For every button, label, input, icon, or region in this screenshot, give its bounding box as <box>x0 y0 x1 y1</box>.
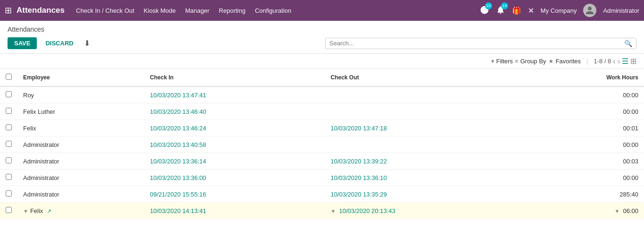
group-by-button[interactable]: ≡ Group By <box>515 58 546 65</box>
row-work-hours: 00:00 <box>528 103 644 120</box>
row-check-out: 10/03/2020 13:36:10 <box>325 170 528 186</box>
group-by-label: Group By <box>520 58 546 65</box>
row-check-in: 10/03/2020 13:46:40 <box>144 103 325 120</box>
row-checkbox-cell[interactable] <box>0 103 17 120</box>
row-check-in: 10/03/2020 14:13:41 <box>144 203 325 219</box>
prev-page-button[interactable]: ‹ <box>613 57 615 66</box>
search-bar: 🔍 <box>325 38 636 49</box>
favorites-label: Favorites <box>556 58 581 65</box>
row-employee: Felix Luther <box>17 103 144 120</box>
row-employee: ▼Felix ↗ <box>17 203 144 219</box>
avatar[interactable] <box>583 4 596 17</box>
row-checkbox-cell[interactable] <box>0 203 17 219</box>
select-all-checkbox[interactable] <box>6 74 12 80</box>
breadcrumb-text: Attendances <box>8 26 44 33</box>
table-row: ▼Felix ↗10/03/2020 14:13:41▼ 10/03/2020 … <box>0 203 644 219</box>
row-checkbox[interactable] <box>6 190 12 197</box>
row-checkbox[interactable] <box>6 141 12 147</box>
save-button[interactable]: SAVE <box>8 37 37 49</box>
filters-label: Filters <box>496 58 513 65</box>
attendance-table: Employee Check In Check Out Work Hours R… <box>0 69 644 219</box>
row-checkbox[interactable] <box>6 174 12 180</box>
table-row: Felix Luther10/03/2020 13:46:4000:00 <box>0 103 644 120</box>
col-check-in: Check In <box>144 69 325 86</box>
col-select-all[interactable] <box>0 69 17 86</box>
grid-view-button[interactable]: ⊞ <box>630 57 636 66</box>
table-row: Roy10/03/2020 13:47:4100:00 <box>0 86 644 103</box>
table-row: Administrator09/21/2020 15:55:1610/03/20… <box>0 186 644 203</box>
row-work-hours: 00:00 <box>528 170 644 186</box>
table-row: Administrator10/03/2020 13:36:0010/03/20… <box>0 170 644 186</box>
breadcrumb: Attendances <box>0 21 644 33</box>
row-employee: Administrator <box>17 170 144 186</box>
row-check-out: 10/03/2020 13:39:22 <box>325 153 528 170</box>
row-checkbox-cell[interactable] <box>0 170 17 186</box>
row-employee: Roy <box>17 86 144 103</box>
row-check-out <box>325 103 528 120</box>
download-button[interactable]: ⬇ <box>82 37 92 50</box>
col-work-hours: Work Hours <box>528 69 644 86</box>
col-check-out: Check Out <box>325 69 528 86</box>
row-check-out: 10/03/2020 13:47:18 <box>325 120 528 137</box>
filters-button[interactable]: ▾ Filters <box>491 58 513 65</box>
star-icon: ★ <box>548 58 554 65</box>
row-checkbox[interactable] <box>6 108 12 114</box>
discard-button[interactable]: DISCARD <box>41 37 78 49</box>
list-view-button[interactable]: ☰ <box>622 57 628 66</box>
bell-badge-btn[interactable]: 14 <box>496 5 505 16</box>
edit-icon[interactable]: ↗ <box>45 208 51 214</box>
nav-kiosk[interactable]: Kiosk Mode <box>144 7 176 14</box>
nav-checkin[interactable]: Check In / Check Out <box>76 7 134 14</box>
row-check-in: 09/21/2020 15:55:16 <box>144 186 325 203</box>
col-employee: Employee <box>17 69 144 86</box>
row-check-in: 10/03/2020 13:47:41 <box>144 86 325 103</box>
nav-manager[interactable]: Manager <box>185 7 209 14</box>
row-work-hours: ▼ 06:00 <box>528 203 644 219</box>
row-check-in: 10/03/2020 13:36:14 <box>144 153 325 170</box>
row-checkbox-cell[interactable] <box>0 153 17 170</box>
row-check-in: 10/03/2020 13:40:58 <box>144 137 325 153</box>
row-work-hours: 00:03 <box>528 153 644 170</box>
user-icon <box>585 6 594 15</box>
company-name: My Company <box>541 7 577 14</box>
row-employee: Administrator <box>17 186 144 203</box>
row-checkbox-cell[interactable] <box>0 186 17 203</box>
workhours-dropdown-arrow-icon: ▼ <box>615 208 621 214</box>
search-icon[interactable]: 🔍 <box>624 40 632 47</box>
clock-badge-btn[interactable]: 10 <box>480 5 489 16</box>
nav-reporting[interactable]: Reporting <box>219 7 245 14</box>
row-employee: Administrator <box>17 153 144 170</box>
user-name: Administrator <box>603 7 639 14</box>
search-input[interactable] <box>329 40 621 47</box>
next-page-button[interactable]: › <box>618 57 620 66</box>
row-checkbox[interactable] <box>6 124 12 130</box>
row-check-out: ▼ 10/03/2020 20:13:43 <box>325 203 528 219</box>
table-row: Administrator10/03/2020 13:36:1410/03/20… <box>0 153 644 170</box>
row-checkbox[interactable] <box>6 157 12 163</box>
table-container: Employee Check In Check Out Work Hours R… <box>0 69 644 219</box>
row-checkbox-cell[interactable] <box>0 120 17 137</box>
top-navigation: ⊞ Attendances Check In / Check Out Kiosk… <box>0 0 644 21</box>
app-grid-icon[interactable]: ⊞ <box>5 5 12 16</box>
filter-icon: ▾ <box>491 58 494 65</box>
row-checkbox-cell[interactable] <box>0 86 17 103</box>
dropdown-arrow-icon: ▼ <box>23 208 28 214</box>
row-check-out: 10/03/2020 13:35:29 <box>325 186 528 203</box>
group-by-icon: ≡ <box>515 58 519 65</box>
nav-configuration[interactable]: Configuration <box>255 7 291 14</box>
close-icon[interactable]: ✕ <box>528 6 534 15</box>
row-employee: Felix <box>17 120 144 137</box>
row-checkbox[interactable] <box>6 91 12 97</box>
row-work-hours: 00:00 <box>528 86 644 103</box>
row-work-hours: 00:00 <box>528 137 644 153</box>
checkout-dropdown-arrow-icon: ▼ <box>331 208 337 214</box>
row-work-hours: 285:40 <box>528 186 644 203</box>
gift-icon[interactable]: 🎁 <box>512 6 521 15</box>
favorites-button[interactable]: ★ Favorites <box>548 58 581 65</box>
row-checkbox-cell[interactable] <box>0 137 17 153</box>
row-checkbox[interactable] <box>6 207 12 213</box>
row-employee: Administrator <box>17 137 144 153</box>
table-row: Administrator10/03/2020 13:40:5800:00 <box>0 137 644 153</box>
row-check-in: 10/03/2020 13:36:00 <box>144 170 325 186</box>
row-check-out <box>325 137 528 153</box>
